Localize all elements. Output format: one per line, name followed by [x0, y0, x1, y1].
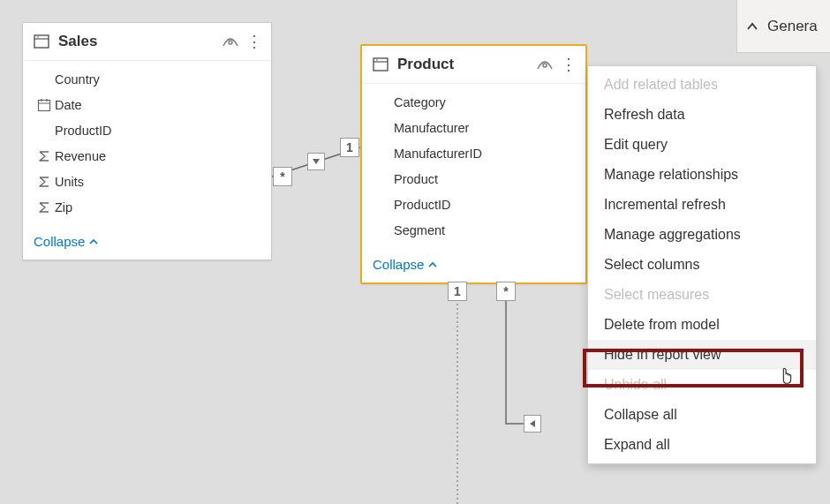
field-row[interactable]: Revenue [23, 143, 271, 169]
menu-item-refresh-data[interactable]: Refresh data [588, 100, 816, 130]
field-label: Country [55, 72, 100, 87]
properties-panel-header[interactable]: Genera [736, 0, 830, 53]
cardinality-badge-many: * [273, 167, 292, 186]
filter-direction-icon [307, 153, 325, 170]
field-row[interactable]: Country [23, 66, 271, 92]
calendar-icon [34, 98, 55, 112]
field-list-product: Category Manufacturer ManufacturerID Pro… [362, 84, 585, 248]
field-row[interactable]: Segment [362, 217, 585, 243]
field-row[interactable]: ManufacturerID [362, 140, 585, 166]
field-label: ProductID [394, 198, 450, 212]
menu-item-select-measures: Select measures [588, 280, 816, 310]
visibility-icon[interactable] [536, 58, 554, 71]
table-title: Product [397, 56, 536, 73]
field-row[interactable]: ProductID [23, 117, 271, 143]
svg-point-10 [376, 59, 378, 61]
menu-item-select-columns[interactable]: Select columns [588, 250, 816, 280]
svg-rect-0 [34, 35, 49, 48]
menu-item-unhide-all: Unhide all [588, 370, 816, 400]
field-row[interactable]: ProductID [362, 192, 585, 217]
menu-item-hide-in-report-view[interactable]: Hide in report view [588, 340, 816, 370]
table-icon [371, 55, 390, 74]
field-row[interactable]: Manufacturer [362, 115, 585, 140]
menu-item-delete-from-model[interactable]: Delete from model [588, 310, 816, 340]
svg-rect-8 [374, 58, 388, 71]
menu-item-add-related-tables: Add related tables [588, 70, 816, 100]
field-label: Category [394, 95, 446, 109]
field-label: ManufacturerID [394, 147, 482, 161]
visibility-icon[interactable] [222, 35, 239, 48]
menu-item-edit-query[interactable]: Edit query [588, 130, 816, 160]
table-header-sales[interactable]: Sales ⋮ [23, 23, 271, 61]
menu-item-incremental-refresh[interactable]: Incremental refresh [588, 190, 816, 220]
field-label: Units [55, 175, 84, 189]
panel-title: Genera [767, 18, 818, 35]
collapse-toggle[interactable]: Collapse [23, 225, 271, 260]
menu-item-collapse-all[interactable]: Collapse all [588, 400, 816, 430]
field-label: Segment [394, 223, 445, 237]
field-row[interactable]: Category [362, 89, 585, 115]
sigma-icon [34, 201, 55, 214]
cardinality-badge-many: * [496, 282, 516, 301]
cardinality-badge-one: 1 [448, 282, 467, 301]
filter-direction-icon [524, 415, 541, 433]
svg-point-3 [229, 41, 232, 44]
menu-item-expand-all[interactable]: Expand all [588, 430, 816, 460]
field-row[interactable]: Date [23, 92, 271, 117]
more-options-icon[interactable]: ⋮ [246, 35, 262, 48]
field-label: Product [394, 172, 438, 186]
collapse-label: Collapse [34, 234, 85, 249]
menu-item-manage-relationships[interactable]: Manage relationships [588, 160, 816, 190]
chevron-up-icon [746, 21, 758, 32]
sigma-icon [34, 176, 55, 188]
field-label: Date [55, 98, 82, 112]
field-label: Zip [55, 200, 72, 214]
more-options-icon[interactable]: ⋮ [561, 58, 577, 71]
table-icon [32, 32, 51, 51]
collapse-toggle[interactable]: Collapse [362, 248, 585, 282]
chevron-up-icon [88, 237, 99, 246]
sigma-icon [34, 150, 55, 162]
field-row[interactable]: Zip [23, 194, 271, 220]
field-label: ProductID [55, 124, 111, 138]
field-row[interactable]: Product [362, 166, 585, 192]
field-label: Revenue [55, 149, 106, 163]
cardinality-badge-one: 1 [340, 138, 359, 157]
svg-point-2 [37, 36, 39, 38]
table-header-product[interactable]: Product ⋮ [362, 46, 585, 84]
menu-item-manage-aggregations[interactable]: Manage aggregations [588, 220, 816, 250]
field-list-sales: Country Date ProductID Revenue Units Zip [23, 61, 271, 225]
svg-point-11 [543, 64, 547, 67]
table-title: Sales [58, 33, 222, 50]
collapse-label: Collapse [373, 257, 424, 272]
table-card-product[interactable]: Product ⋮ Category Manufacturer Manufact… [360, 44, 587, 284]
table-context-menu: Add related tables Refresh data Edit que… [587, 65, 817, 464]
table-card-sales[interactable]: Sales ⋮ Country Date ProductID Revenue U… [22, 22, 272, 260]
chevron-up-icon [427, 260, 438, 269]
field-label: Manufacturer [394, 121, 469, 135]
field-row[interactable]: Units [23, 169, 271, 194]
svg-rect-4 [39, 100, 50, 110]
